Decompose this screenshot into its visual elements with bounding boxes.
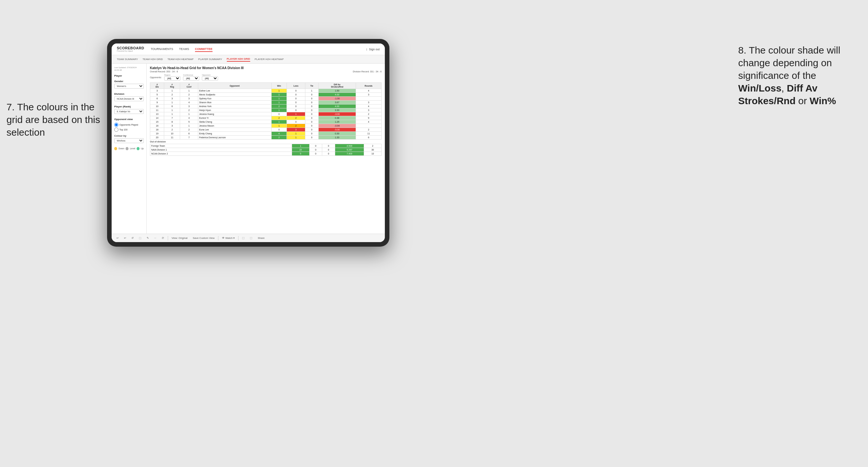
- table-row: 3 1 1 Esther Lee 1 0 1 1.50 4: [150, 89, 381, 93]
- toolbar-divider-3: [238, 236, 239, 241]
- sub-nav-team-summary[interactable]: TEAM SUMMARY: [117, 57, 138, 61]
- annotation-right: 8. The colour shade will change dependin…: [738, 44, 862, 107]
- out-of-division-label: Out of division: [150, 139, 381, 144]
- th-opponent: Opponent: [198, 83, 271, 89]
- toolbar-timer[interactable]: ⏱: [160, 236, 166, 240]
- toolbar-undo[interactable]: ↩: [115, 236, 120, 240]
- opponent-select[interactable]: (All): [202, 76, 218, 81]
- main-content: Last Updated: 27/03/2024 16:55:38 Player…: [112, 64, 385, 234]
- th-diff: Diff AvStrokes/Rnd: [318, 83, 355, 89]
- sub-nav-player-h2h-grid[interactable]: PLAYER H2H GRID: [227, 57, 250, 62]
- division-select[interactable]: NCAA Division III: [114, 96, 144, 101]
- left-panel: Last Updated: 27/03/2024 16:55:38 Player…: [112, 64, 147, 234]
- legend-dot-down: [114, 147, 117, 150]
- radio-top-100[interactable]: Top 100: [114, 128, 144, 132]
- sub-nav-team-h2h-heatmap[interactable]: TEAM H2H HEATMAP: [167, 57, 194, 61]
- nav-sign-out[interactable]: Sign out: [369, 47, 380, 52]
- table-header-row: #Div #Reg #Conf Opponent Win Loss Tie Di…: [150, 83, 381, 89]
- table-row: 15 8 5 Stella Cheng 1 0 0 1.25 4: [150, 120, 381, 124]
- th-tie: Tie: [305, 83, 318, 89]
- logo-sub: Powered by clippd: [117, 50, 144, 52]
- table-row: 19 10 6 Emily Chang 4 1 0 0.30 11: [150, 132, 381, 136]
- legend-dot-level: [126, 147, 128, 150]
- logo-text: SCOREBOARD: [117, 46, 144, 50]
- overall-record: Overall Record: 353 - 34 - 6: [150, 70, 178, 73]
- player-rank-select[interactable]: 8. Katelyn Vo: [114, 109, 144, 114]
- table-row: 13 1 1 Jessica Huang 0 1 0 -3.00 2: [150, 112, 381, 116]
- annotation-left: 7. The colours in the grid are based on …: [6, 101, 101, 138]
- tablet-frame: SCOREBOARD Powered by clippd TOURNAMENTS…: [107, 39, 390, 247]
- grid-subtitle-row: Overall Record: 353 - 34 - 6 Division Re…: [150, 70, 381, 73]
- annotation-left-text: 7. The colours in the grid are based on …: [6, 101, 100, 137]
- ood-table: Foreign Team 1 0 0 4.500 2 NAIA Division…: [150, 144, 381, 156]
- nav-pipe: |: [366, 48, 367, 51]
- opponent-filter: Opponent (All): [202, 74, 218, 81]
- legend-row: Down Level Up: [114, 147, 144, 150]
- sub-nav-team-h2h-grid[interactable]: TEAM H2H GRID: [143, 57, 163, 61]
- toolbar-edit[interactable]: ✎: [145, 236, 151, 240]
- grid-title: Katelyn Vo Head-to-Head Grid for Women's…: [150, 66, 381, 70]
- opponent-view-label: Opponent view: [114, 118, 144, 121]
- toolbar-divider-1: [168, 236, 168, 241]
- gender-select[interactable]: Women's: [114, 84, 144, 89]
- toolbar-copy[interactable]: ⬚: [137, 236, 143, 240]
- colour-by-select[interactable]: Win/loss: [114, 138, 144, 143]
- legend-dot-up: [136, 147, 140, 150]
- player-section-title: Player: [114, 74, 144, 77]
- h2h-table: #Div #Reg #Conf Opponent Win Loss Tie Di…: [150, 83, 381, 139]
- table-row: 5 2 2 Alexis Sudjianto 1 0 0 4.00 3: [150, 93, 381, 97]
- th-loss: Loss: [287, 83, 305, 89]
- ood-table-row: NCAA Division 2 5 0 0 7.400 10: [150, 152, 381, 156]
- sub-nav: TEAM SUMMARY TEAM H2H GRID TEAM H2H HEAT…: [112, 55, 385, 64]
- ood-table-row: NAIA Division 1 15 0 0 9.267 30: [150, 148, 381, 152]
- region-select[interactable]: (All): [164, 76, 180, 81]
- nav-item-teams[interactable]: TEAMS: [179, 47, 189, 52]
- th-rounds: Rounds: [355, 83, 381, 89]
- table-row: 6 3 3 Sydney Kuo 1 0 0 -1.00: [150, 97, 381, 101]
- top-nav: SCOREBOARD Powered by clippd TOURNAMENTS…: [112, 43, 385, 55]
- nav-item-tournaments[interactable]: TOURNAMENTS: [151, 47, 173, 52]
- radio-opponents-played[interactable]: Opponents Played: [114, 123, 144, 127]
- conference-filter: Conference (All): [183, 74, 199, 81]
- table-row: 11 1 2 Heejo Hyun 1 0 0 3.33 3: [150, 108, 381, 112]
- tablet-screen: SCOREBOARD Powered by clippd TOURNAMENTS…: [112, 43, 385, 242]
- toolbar-refresh[interactable]: ↺: [130, 236, 135, 240]
- sub-nav-player-summary[interactable]: PLAYER SUMMARY: [198, 57, 222, 61]
- toolbar-watch[interactable]: 👁 Watch ▾: [220, 236, 236, 240]
- sub-nav-player-h2h-heatmap[interactable]: PLAYER H2H HEATMAP: [255, 57, 284, 61]
- table-row: 20 11 7 Federica Domecq Lacroze 2 1 0 1.…: [150, 136, 381, 139]
- division-label: Division: [114, 93, 144, 95]
- filter-row: Opponents: Region (All) Conference (All): [150, 74, 381, 81]
- toolbar-share[interactable]: Share: [256, 236, 266, 240]
- table-row: 10 6 3 Andrea York 2 0 0 4.00 4: [150, 104, 381, 108]
- bottom-toolbar: ↩ ↩ ↺ ⬚ ✎ ··· ⏱ View: Original Save Cust…: [112, 234, 385, 242]
- table-row: 16 3 1 Jessica Mason 1 2 0 -0.94: [150, 124, 381, 128]
- player-rank-label: Player (Rank): [114, 105, 144, 108]
- ood-table-row: Foreign Team 1 0 0 4.500 2: [150, 144, 381, 148]
- legend-label-down: Down: [118, 147, 124, 150]
- toolbar-save-custom[interactable]: Save Custom View: [191, 236, 216, 240]
- table-row: 14 7 4 Eunice Yi 2 2 0 0.38 9: [150, 116, 381, 120]
- last-updated: Last Updated: 27/03/2024 16:55:38: [114, 66, 144, 72]
- toolbar-divider-2: [218, 236, 218, 241]
- toolbar-grid-1[interactable]: ⬚: [241, 236, 246, 240]
- table-row: 9 1 4 Sharon Mun 1 0 0 3.67 3: [150, 101, 381, 104]
- region-filter: Region (All): [164, 74, 180, 81]
- logo-area: SCOREBOARD Powered by clippd: [117, 46, 144, 52]
- conference-select[interactable]: (All): [183, 76, 199, 81]
- toolbar-grid-2[interactable]: ⬚: [248, 236, 254, 240]
- nav-items: TOURNAMENTS TEAMS COMMITTEE: [151, 47, 366, 52]
- legend-label-up: Up: [141, 147, 144, 150]
- right-panel: Katelyn Vo Head-to-Head Grid for Women's…: [147, 64, 385, 234]
- toolbar-redo[interactable]: ↩: [122, 236, 128, 240]
- toolbar-view-original[interactable]: View: Original: [170, 236, 189, 240]
- toolbar-more[interactable]: ···: [153, 236, 158, 240]
- th-win: Win: [271, 83, 287, 89]
- gender-label: Gender: [114, 80, 144, 83]
- colour-by-label: Colour by: [114, 134, 144, 137]
- th-conf: #Conf: [180, 83, 198, 89]
- nav-item-committee[interactable]: COMMITTEE: [195, 47, 213, 52]
- table-row: 18 2 2 Euna Lee 0 3 0 -5.00 2: [150, 128, 381, 132]
- th-reg: #Reg: [164, 83, 180, 89]
- division-record: Division Record: 331 - 34 - 6: [353, 70, 381, 73]
